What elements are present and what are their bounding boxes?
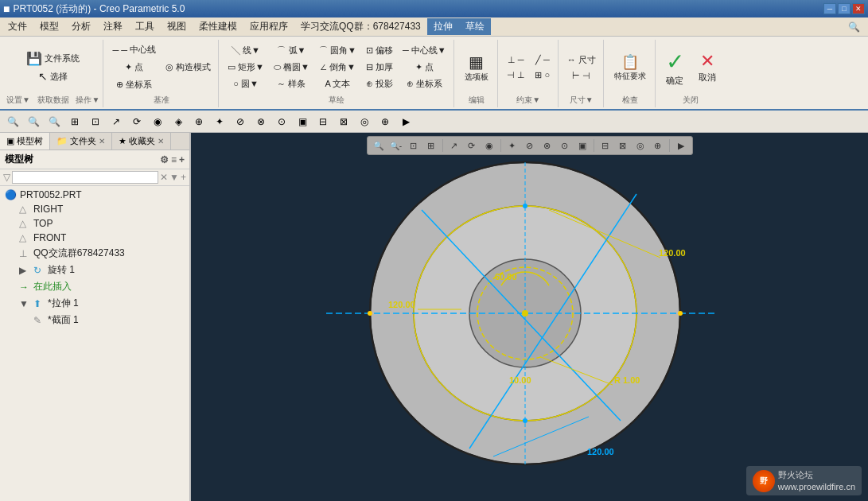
- vp-btn-1[interactable]: ↗: [446, 138, 462, 153]
- tab-favorites[interactable]: ★ 收藏夹 ✕: [112, 133, 171, 150]
- tb2-btn-9[interactable]: ◈: [169, 113, 188, 130]
- btn-offset[interactable]: ⊡ 偏移: [362, 42, 397, 59]
- close-button[interactable]: ✕: [852, 3, 865, 14]
- btn-construction[interactable]: ◎ 构造模式: [162, 59, 215, 76]
- tree-item-right[interactable]: △ RIGHT: [2, 202, 188, 216]
- menu-analysis[interactable]: 分析: [65, 18, 97, 35]
- vp-btn-5[interactable]: ⊘: [522, 138, 538, 153]
- btn-line[interactable]: ╲ 线▼: [224, 42, 268, 59]
- btn-ellipse[interactable]: ⬭ 椭圆▼: [270, 59, 313, 76]
- tree-search-input[interactable]: [12, 171, 158, 184]
- tb2-btn-2[interactable]: 🔍: [24, 113, 43, 130]
- tree-item-revolve[interactable]: ▶ ↻ 旋转 1: [2, 262, 188, 278]
- vp-btn-2[interactable]: ⟳: [464, 138, 480, 153]
- btn-thicken[interactable]: ⊟ 加厚: [362, 59, 397, 76]
- btn-arc[interactable]: ⌒ 弧▼: [270, 42, 313, 59]
- btn-feature-req[interactable]: 📋 特征要求: [609, 48, 652, 87]
- maximize-button[interactable]: □: [838, 3, 850, 14]
- tb2-btn-20[interactable]: ▶: [396, 113, 415, 130]
- menu-app[interactable]: 应用程序: [243, 18, 294, 35]
- vp-btn-10[interactable]: ⊠: [615, 138, 631, 153]
- btn-c3[interactable]: ╱ ─: [531, 52, 555, 68]
- vp-btn-box[interactable]: ⊞: [423, 138, 439, 153]
- menu-model[interactable]: 模型: [33, 18, 65, 35]
- menu-sketch[interactable]: 草绘: [459, 18, 491, 35]
- tb2-btn-13[interactable]: ⊗: [251, 113, 271, 130]
- tb2-btn-6[interactable]: ↗: [107, 113, 126, 130]
- tree-settings-icon[interactable]: ⚙: [160, 154, 169, 165]
- search-go-icon[interactable]: ▼: [169, 172, 179, 183]
- btn-text[interactable]: A 文本: [315, 76, 360, 92]
- tb2-btn-5[interactable]: ⊡: [86, 113, 105, 130]
- vp-btn-12[interactable]: ⊕: [650, 138, 666, 153]
- btn-select[interactable]: ↖ 选择: [22, 68, 84, 85]
- tb2-btn-17[interactable]: ⊠: [334, 113, 353, 130]
- btn-filesystem[interactable]: 💾 文件系统: [22, 50, 84, 68]
- tb2-btn-15[interactable]: ▣: [293, 113, 312, 130]
- vp-btn-4[interactable]: ✦: [504, 138, 520, 153]
- btn-point[interactable]: ✦ 点: [108, 59, 160, 76]
- tb2-btn-14[interactable]: ⊙: [272, 113, 291, 130]
- menu-view[interactable]: 视图: [161, 18, 193, 35]
- btn-circle[interactable]: ○ 圆▼: [224, 76, 268, 92]
- tb2-btn-18[interactable]: ◎: [355, 113, 374, 130]
- search-clear-icon[interactable]: ✕: [160, 172, 168, 183]
- search-button[interactable]: 🔍: [844, 18, 863, 36]
- btn-point2[interactable]: ✦ 点: [399, 59, 450, 76]
- menu-tools[interactable]: 工具: [129, 18, 161, 35]
- tree-item-section[interactable]: ✎ *截面 1: [2, 312, 188, 328]
- tree-item-qq[interactable]: ⊥ QQ交流群678427433: [2, 245, 188, 262]
- tree-expand-icon[interactable]: ≡: [171, 154, 177, 165]
- tb2-btn-10[interactable]: ⊕: [189, 113, 208, 130]
- btn-c1[interactable]: ⊥ ─: [503, 52, 529, 68]
- expand-icon-revolve[interactable]: ▶: [19, 265, 30, 276]
- btn-chamfer[interactable]: ∠ 倒角▼: [315, 59, 360, 76]
- vp-btn-11[interactable]: ◎: [633, 138, 648, 153]
- vp-btn-13[interactable]: ▶: [673, 138, 689, 153]
- btn-c2[interactable]: ⊣ ⊥: [503, 68, 529, 83]
- btn-centerline2[interactable]: ─ 中心线▼: [399, 42, 450, 59]
- menu-qq[interactable]: 学习交流QQ群：678427433: [294, 18, 427, 35]
- tb2-btn-1[interactable]: 🔍: [3, 113, 22, 130]
- vp-btn-6[interactable]: ⊗: [539, 138, 555, 153]
- expand-icon-extrude[interactable]: ▼: [19, 298, 30, 309]
- btn-palette[interactable]: ▦ 选项板: [459, 48, 494, 87]
- tb2-btn-8[interactable]: ◉: [148, 113, 167, 130]
- tree-item-prt[interactable]: 🔵 PRT0052.PRT: [2, 188, 188, 202]
- search-add-icon[interactable]: +: [181, 172, 186, 183]
- vp-btn-zoom-fit[interactable]: ⊡: [406, 138, 422, 153]
- vp-btn-9[interactable]: ⊟: [597, 138, 613, 153]
- tree-add-icon[interactable]: +: [179, 154, 185, 165]
- btn-fillet[interactable]: ⌒ 圆角▼: [315, 42, 360, 59]
- tb2-btn-11[interactable]: ✦: [210, 113, 229, 130]
- menu-extrude[interactable]: 拉伸: [427, 18, 459, 35]
- tab-folder[interactable]: 📁 文件夹 ✕: [50, 133, 112, 150]
- tb2-btn-16[interactable]: ⊟: [313, 113, 333, 130]
- tree-item-front[interactable]: △ FRONT: [2, 231, 188, 245]
- tb2-btn-4[interactable]: ⊞: [65, 113, 84, 130]
- btn-coord2[interactable]: ⊕ 坐标系: [399, 76, 450, 92]
- btn-dim2[interactable]: ⊢ ⊣: [563, 68, 600, 84]
- tb2-btn-12[interactable]: ⊘: [231, 113, 250, 130]
- btn-sample[interactable]: ～ 样条: [270, 76, 313, 92]
- vp-btn-3[interactable]: ◉: [481, 138, 497, 153]
- btn-dim1[interactable]: ↔ 尺寸: [563, 52, 600, 68]
- menu-file[interactable]: 文件: [2, 18, 33, 35]
- btn-centerline[interactable]: ─ ─ 中心线: [108, 41, 160, 58]
- tree-item-extrude[interactable]: ▼ ⬆ *拉伸 1: [2, 295, 188, 312]
- tb2-btn-7[interactable]: ⟳: [127, 113, 146, 130]
- viewport[interactable]: 🔍 🔍- ⊡ ⊞ ↗ ⟳ ◉ ✦ ⊘ ⊗ ⊙ ▣ ⊟ ⊠ ◎ ⊕ ▶: [191, 133, 868, 501]
- menu-annotation[interactable]: 注释: [97, 18, 129, 35]
- tab-model-tree[interactable]: ▣ 模型树: [0, 133, 50, 150]
- confirm-button[interactable]: ✓ 确定: [660, 45, 690, 91]
- btn-project[interactable]: ⊕ 投影: [362, 76, 397, 92]
- vp-btn-8[interactable]: ▣: [574, 138, 590, 153]
- menu-flexible[interactable]: 柔性建模: [193, 18, 243, 35]
- tree-item-top[interactable]: △ TOP: [2, 216, 188, 231]
- tb2-btn-3[interactable]: 🔍: [45, 113, 64, 130]
- minimize-button[interactable]: ─: [823, 3, 836, 14]
- vp-btn-zoom-out[interactable]: 🔍-: [388, 138, 404, 153]
- btn-coordinate[interactable]: ⊕ 坐标系: [108, 76, 160, 93]
- vp-btn-zoom-in[interactable]: 🔍: [371, 138, 387, 153]
- cancel-button[interactable]: ✕ 取消: [693, 47, 722, 87]
